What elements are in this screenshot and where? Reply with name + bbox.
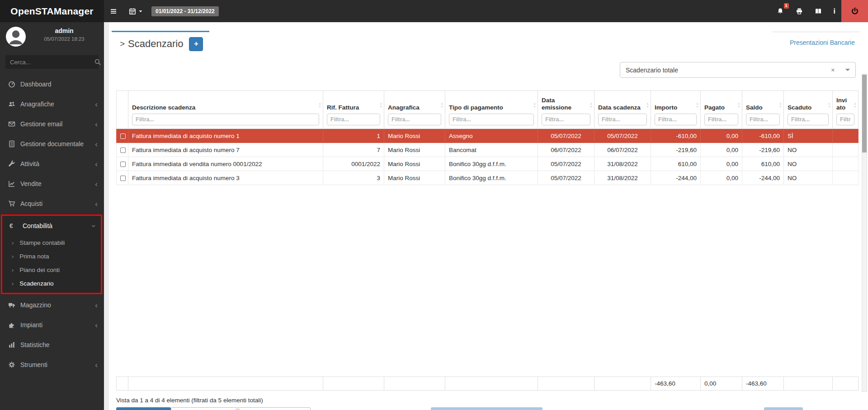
sidebar-item-statistiche[interactable]: Statistiche	[0, 335, 104, 355]
page-length-select-sliver[interactable]	[171, 407, 311, 410]
logout-button[interactable]	[841, 0, 868, 22]
table-row[interactable]: Fattura immediata di acquisto numero 33M…	[117, 171, 859, 185]
row-checkbox[interactable]	[120, 176, 126, 181]
sort-icon[interactable]: ▲▼	[854, 102, 857, 109]
sort-icon[interactable]: ▲▼	[318, 102, 321, 109]
add-record-button[interactable]: +	[189, 37, 203, 51]
chevron-left-icon: ‹	[95, 140, 98, 148]
presentazioni-bancarie-link[interactable]: Presentazioni Bancarie	[790, 39, 855, 46]
print-button[interactable]	[790, 0, 809, 22]
manual-button[interactable]	[809, 0, 828, 22]
chevron-down-icon: ‹	[90, 224, 97, 227]
scadenzario-type-select[interactable]: Scadenzario totale ×	[620, 62, 856, 78]
table-row[interactable]: Fattura immediata di vendita numero 0001…	[117, 157, 859, 171]
column-header-descrizione[interactable]: Descrizione scadenza▲▼	[128, 91, 323, 129]
row-checkbox[interactable]	[120, 162, 126, 167]
column-filter-input[interactable]	[132, 114, 319, 125]
avatar[interactable]	[6, 27, 26, 47]
export-button-sliver[interactable]	[116, 407, 171, 410]
sort-icon[interactable]: ▲▼	[646, 102, 649, 109]
sidebar-item-label: Magazzino	[20, 301, 95, 309]
column-header-data_emissione[interactable]: Data emissione▲▼	[538, 91, 594, 129]
sidebar-item-impianti[interactable]: Impianti‹	[0, 315, 104, 335]
column-filter-input[interactable]	[327, 114, 380, 125]
sort-icon[interactable]: ▲▼	[779, 102, 782, 109]
cell-anagrafica: Mario Rossi	[384, 157, 445, 171]
search-input[interactable]	[5, 59, 94, 66]
column-label: Anagrafica	[388, 104, 441, 111]
sort-icon[interactable]: ▲▼	[737, 102, 741, 109]
column-header-saldo[interactable]: Saldo▲▼	[742, 91, 784, 129]
pagination-button-sliver[interactable]	[431, 407, 542, 410]
chevron-left-icon: ‹	[95, 361, 98, 369]
row-checkbox[interactable]	[120, 148, 126, 153]
sidebar-subitem-piano-dei-conti[interactable]: ›Piano dei conti	[2, 263, 101, 277]
sidebar-subitem-label: Prima nota	[19, 253, 49, 260]
sidebar-item-vendite[interactable]: Vendite‹	[0, 174, 104, 194]
info-button[interactable]: i	[828, 0, 841, 22]
column-filter-input[interactable]	[836, 114, 854, 125]
totals-cell-anagrafica	[384, 377, 445, 391]
column-filter-input[interactable]	[449, 114, 534, 125]
sort-icon[interactable]: ▲▼	[590, 102, 593, 109]
cell-inviato	[833, 143, 859, 157]
column-label: Saldo	[746, 104, 780, 111]
tab-scadenzario[interactable]: > Scadenzario +	[112, 31, 209, 56]
sort-icon[interactable]: ▲▼	[440, 102, 443, 109]
column-header-anagrafica[interactable]: Anagrafica▲▼	[384, 91, 445, 129]
sort-icon[interactable]: ▲▼	[379, 102, 382, 109]
sidebar-subitem-stampe-contabili[interactable]: ›Stampe contabili	[2, 236, 101, 249]
column-filter-input[interactable]	[388, 114, 441, 125]
column-filter-input[interactable]	[542, 114, 590, 125]
search-button[interactable]	[94, 55, 101, 69]
column-filter-input[interactable]	[704, 114, 738, 125]
sidebar-item-magazzino[interactable]: Magazzino‹	[0, 295, 104, 315]
tab-caret: >	[120, 39, 125, 49]
sidebar-item-gestione-email[interactable]: Gestione email‹	[0, 114, 104, 134]
sidebar-item-contabilit-[interactable]: €Contabilità‹›Stampe contabili›Prima not…	[1, 215, 102, 294]
sidebar-item-anagrafiche[interactable]: Anagrafiche‹	[0, 94, 104, 114]
column-header-scaduto[interactable]: Scaduto▲▼	[784, 91, 833, 129]
column-header-pagato[interactable]: Pagato▲▼	[701, 91, 742, 129]
cell-data_emissione: 05/07/2022	[538, 129, 594, 143]
totals-cell-pagato: 0,00	[701, 377, 742, 391]
totals-cell-scaduto	[784, 377, 833, 391]
column-header-rif_fattura[interactable]: Rif. Fattura▲▼	[323, 91, 384, 129]
row-checkbox[interactable]	[120, 133, 126, 139]
column-filter-input[interactable]	[788, 114, 829, 125]
pagination-button-sliver[interactable]	[764, 407, 803, 410]
app-logo[interactable]: OpenSTAManager	[0, 0, 104, 22]
sidebar-subitem-prima-nota[interactable]: ›Prima nota	[2, 249, 101, 263]
sidebar-item-gestione-documentale[interactable]: Gestione documentale‹	[0, 134, 104, 154]
sidebar-item-acquisti[interactable]: Acquisti‹	[0, 194, 104, 214]
chevron-right-icon: ›	[12, 280, 14, 287]
period-picker-button[interactable]	[123, 0, 149, 22]
sort-icon[interactable]: ▲▼	[696, 102, 699, 109]
table-row[interactable]: Fattura immediata di acquisto numero 77M…	[117, 143, 859, 157]
sidebar-item-dashboard[interactable]: Dashboard	[0, 74, 104, 94]
column-header-tipo_pagamento[interactable]: Tipo di pagamento▲▼	[445, 91, 538, 129]
sidebar-item-attivit-[interactable]: Attività‹	[0, 154, 104, 174]
sort-icon[interactable]: ▲▼	[533, 102, 536, 109]
table-scrollbar-thumb[interactable]	[862, 75, 867, 153]
sidebar-toggle-button[interactable]	[104, 0, 123, 22]
sidebar-item-label: Gestione documentale	[20, 140, 95, 148]
cell-inviato	[833, 171, 859, 185]
scadenze-table: Descrizione scadenza▲▼Rif. Fattura▲▼Anag…	[116, 91, 859, 185]
sidebar-item-strumenti[interactable]: Strumenti‹	[0, 355, 104, 375]
column-filter-input[interactable]	[655, 114, 697, 125]
power-icon	[851, 7, 859, 15]
date-range-badge[interactable]: 01/01/2022 - 31/12/2022	[151, 6, 219, 16]
notifications-button[interactable]: 1	[771, 0, 790, 22]
column-header-data_scadenza[interactable]: Data scadenza▲▼	[594, 91, 651, 129]
select-caret-icon	[845, 69, 850, 71]
sort-icon[interactable]: ▲▼	[828, 102, 831, 109]
column-header-inviato[interactable]: Inviato▲▼	[833, 91, 859, 129]
table-row[interactable]: Fattura immediata di acquisto numero 11M…	[117, 129, 859, 143]
clear-select-icon[interactable]: ×	[831, 67, 835, 73]
sidebar-subitem-scadenzario[interactable]: ›Scadenzario	[2, 277, 101, 290]
column-header-importo[interactable]: Importo▲▼	[651, 91, 701, 129]
column-filter-input[interactable]	[746, 114, 780, 125]
chevron-left-icon: ‹	[95, 200, 98, 208]
column-filter-input[interactable]	[598, 114, 647, 125]
